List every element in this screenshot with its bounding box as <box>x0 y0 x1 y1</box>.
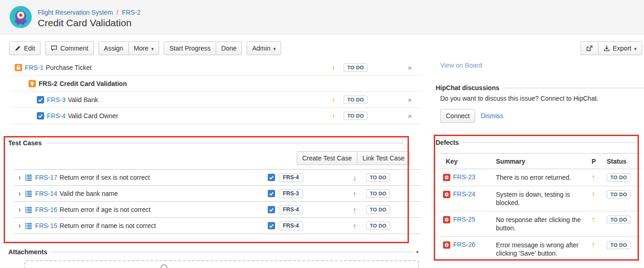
linked-issue-badge[interactable]: FRS-4 <box>279 173 303 182</box>
test-cases-heading: Test Cases <box>8 139 42 147</box>
issue-key-link[interactable]: FRS-4 <box>47 112 65 120</box>
collapse-caret-icon[interactable]: ▾ <box>416 249 419 255</box>
status-badge: TO DO <box>366 205 390 214</box>
test-case-summary: Return error if name is not correct <box>60 222 156 229</box>
comment-button[interactable]: Comment <box>45 41 94 55</box>
close-icon[interactable] <box>405 112 415 120</box>
bug-icon <box>443 241 450 249</box>
more-button-label: More <box>134 45 149 52</box>
test-case-buttons: Create Test Case Link Test Case <box>297 151 410 165</box>
share-icon <box>586 45 593 51</box>
test-cases-section-heading: Test Cases <box>8 139 404 147</box>
defect-summary: No response after clicking the button. <box>496 216 592 232</box>
assign-button[interactable]: Assign <box>98 41 129 55</box>
breadcrumb-issue-link[interactable]: FRS-2 <box>122 9 140 16</box>
test-case-summary: Valid the bank name <box>60 190 118 197</box>
link-test-case-label: Link Test Case <box>362 154 405 162</box>
breadcrumb: Flight Reservation System / FRS-2 <box>38 9 141 16</box>
more-dropdown-button[interactable]: More <box>129 41 159 55</box>
priority-down-icon <box>350 174 360 181</box>
dropzone-upload-icon <box>161 264 167 268</box>
test-case-icon <box>25 206 32 213</box>
breadcrumb-project-link[interactable]: Flight Reservation System <box>38 9 113 16</box>
done-button[interactable]: Done <box>216 41 242 55</box>
test-case-row: FRS-14 Valid the bank name FRS-3 TO DO <box>14 186 421 202</box>
status-badge: TO DO <box>607 241 631 249</box>
test-case-key-link[interactable]: FRS-17 <box>35 174 57 181</box>
create-test-case-button[interactable]: Create Test Case <box>297 151 357 165</box>
dismiss-link[interactable]: Dismiss <box>481 112 503 120</box>
start-progress-label: Start Progress <box>169 45 210 52</box>
defects-table: Key Summary P Status FRS-23 There is no … <box>439 153 642 262</box>
issue-row: FRS-4 Valid Card Owner TO DO <box>9 108 421 124</box>
admin-dropdown-button[interactable]: Admin <box>247 41 281 55</box>
test-case-icon <box>25 222 32 229</box>
chevron-right-icon[interactable] <box>18 206 21 213</box>
defect-key-link[interactable]: FRS-25 <box>453 216 475 223</box>
comment-button-label: Comment <box>60 45 88 52</box>
defect-key-link[interactable]: FRS-23 <box>453 173 475 181</box>
defect-summary: Error message is wrong after clicking 'S… <box>496 241 592 257</box>
subtask-check-icon <box>268 222 275 229</box>
subtask-check-icon <box>268 190 275 197</box>
test-case-summary: Return error if age is not correct <box>60 206 151 213</box>
issue-summary: Purchase Ticket <box>46 64 92 71</box>
connect-button[interactable]: Connect <box>440 109 475 123</box>
issue-summary: Valid Bank <box>68 96 98 103</box>
defects-heading: Defects <box>436 139 459 146</box>
status-badge: TO DO <box>607 173 631 182</box>
priority-up-icon <box>350 222 360 229</box>
chevron-right-icon[interactable] <box>18 174 21 181</box>
issue-row: FRS-3 Valid Bank TO DO <box>9 92 421 108</box>
issue-key-link[interactable]: FRS-1 <box>25 64 43 71</box>
chevron-right-icon[interactable] <box>18 190 21 197</box>
heading-divider <box>51 252 414 252</box>
status-badge: TO DO <box>344 63 368 72</box>
test-case-icon <box>25 174 32 181</box>
test-case-row: FRS-15 Return error if name is not corre… <box>14 218 421 234</box>
test-case-key-link[interactable]: FRS-16 <box>35 206 57 213</box>
issue-key-link[interactable]: FRS-3 <box>47 96 65 103</box>
chevron-right-icon[interactable] <box>18 222 21 229</box>
subtask-check-icon <box>37 96 44 103</box>
close-icon[interactable] <box>405 64 415 72</box>
story-lock-icon <box>15 64 22 71</box>
status-badge: TO DO <box>366 222 390 230</box>
status-badge: TO DO <box>607 216 631 224</box>
issue-summary: Valid Card Owner <box>68 112 118 120</box>
create-test-case-label: Create Test Case <box>302 154 352 162</box>
defect-summary: System is down, testing is blocked. <box>496 190 592 207</box>
status-badge: TO DO <box>344 112 368 120</box>
priority-up-icon <box>328 113 339 120</box>
assign-more-group: Assign More <box>98 41 159 55</box>
view-on-board-link[interactable]: View on Board <box>440 62 482 69</box>
bulb-icon <box>29 80 36 87</box>
close-icon[interactable] <box>405 96 415 104</box>
attachment-dropzone[interactable] <box>24 260 419 268</box>
bug-icon <box>443 191 450 198</box>
linked-issue-badge[interactable]: FRS-3 <box>279 189 303 198</box>
export-dropdown-button[interactable]: Export <box>598 41 642 55</box>
test-case-key-link[interactable]: FRS-14 <box>35 190 57 197</box>
subtask-check-icon <box>37 112 44 120</box>
share-button[interactable] <box>581 41 598 55</box>
defect-row: FRS-26 Error message is wrong after clic… <box>439 237 642 262</box>
link-test-case-button[interactable]: Link Test Case <box>357 151 410 165</box>
connect-button-label: Connect <box>446 112 470 120</box>
hipchat-heading: HipChat discussions <box>436 84 499 91</box>
test-case-row: FRS-17 Return error if sex is not correc… <box>14 170 421 186</box>
defect-key-link[interactable]: FRS-26 <box>453 241 475 248</box>
issue-summary: Credit Card Validation <box>59 80 126 87</box>
attachments-section-heading: Attachments ▾ <box>8 248 419 256</box>
defect-key-link[interactable]: FRS-24 <box>453 190 475 198</box>
start-progress-button[interactable]: Start Progress <box>164 41 216 55</box>
edit-button[interactable]: Edit <box>9 41 40 55</box>
test-case-row: FRS-16 Return error if age is not correc… <box>14 202 421 218</box>
column-header-priority: P <box>592 158 607 165</box>
column-header-status: Status <box>607 158 642 165</box>
test-case-summary: Return error if sex is not correct <box>60 174 150 181</box>
linked-issue-badge[interactable]: FRS-4 <box>279 222 303 230</box>
priority-up-icon <box>592 173 607 180</box>
linked-issue-badge[interactable]: FRS-4 <box>279 205 303 214</box>
test-case-key-link[interactable]: FRS-15 <box>35 222 57 229</box>
